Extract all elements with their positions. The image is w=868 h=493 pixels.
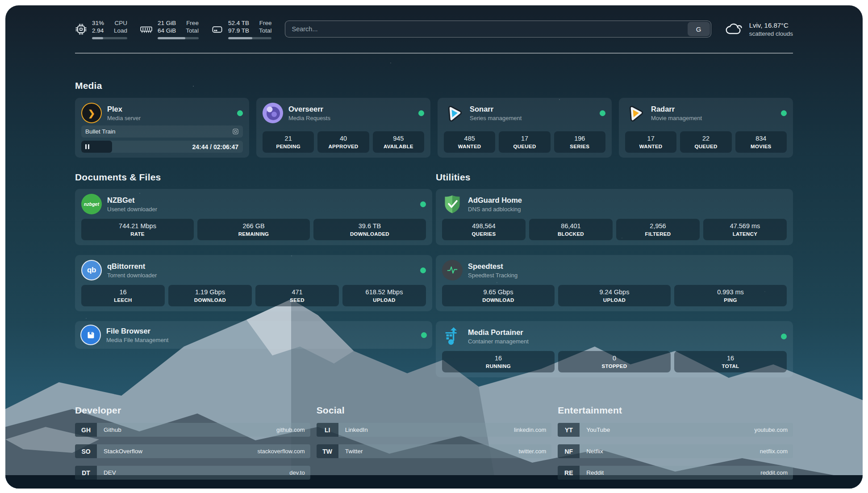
app-name: Media Portainer <box>468 328 529 337</box>
link-abbreviation: TW <box>317 444 338 458</box>
plex-icon: ❯ <box>81 103 102 123</box>
stat-label: DOWNLOAD <box>194 297 226 303</box>
device-icon[interactable] <box>232 128 239 135</box>
app-card-nzbget[interactable]: nzbget NZBGet Usenet downloader 744.21 M… <box>75 189 432 245</box>
system-stat: 31% CPU 2.94 Load <box>75 19 127 39</box>
app-card-file-browser[interactable]: File Browser Media File Management <box>75 321 432 349</box>
stat-box: 9.24 Gbps UPLOAD <box>558 285 671 306</box>
search-input[interactable] <box>285 25 687 33</box>
app-card-media-portainer[interactable]: Media Portainer Container management 16 … <box>436 321 793 377</box>
stat-value-top: 21 GiB <box>158 19 176 27</box>
radarr-icon <box>625 103 646 123</box>
link-github[interactable]: GH Github github.com <box>75 423 310 437</box>
app-card-sonarr[interactable]: Sonarr Series management 485 WANTED 17 Q… <box>438 98 612 158</box>
app-card-header: ❯ Plex Media server <box>81 103 243 123</box>
system-stat: 21 GiB Free 64 GiB Total <box>140 19 199 39</box>
link-abbreviation: NF <box>558 444 580 458</box>
stat-value: 86,401 <box>561 222 580 230</box>
stat-boxes: 17 WANTED 22 QUEUED 834 MOVIES <box>625 131 787 153</box>
link-stackoverflow[interactable]: SO StackOverflow stackoverflow.com <box>75 444 310 458</box>
app-name: Sonarr <box>470 105 522 113</box>
system-stat: 52.4 TB Free 97.9 TB Total <box>211 19 272 39</box>
link-twitter[interactable]: TW Twitter twitter.com <box>317 444 552 458</box>
stat-value-bottom: 97.9 TB <box>228 27 249 34</box>
search-engine-button[interactable]: G <box>688 22 710 36</box>
usage-bar <box>228 37 272 39</box>
stat-box: 39.6 TB DOWNLOADED <box>313 219 426 240</box>
stat-box: 16 RUNNING <box>442 351 555 372</box>
playback-time: 24:44 / 02:06:47 <box>192 143 243 150</box>
now-playing-title: Bullet Train <box>85 128 116 135</box>
status-online-dot <box>420 267 426 273</box>
link-youtube[interactable]: YT YouTube youtube.com <box>558 423 793 437</box>
app-card-radarr[interactable]: Radarr Movie management 17 WANTED 22 QUE… <box>619 98 793 158</box>
stat-value: 744.21 Mbps <box>119 222 156 230</box>
stat-label-top: Free <box>186 19 199 27</box>
stat-label: PING <box>724 297 737 303</box>
link-url: twitter.com <box>518 448 551 455</box>
adguard-icon <box>442 194 463 214</box>
stat-box: 47.569 ms LATENCY <box>703 219 787 240</box>
link-netflix[interactable]: NF Netflix netflix.com <box>558 444 793 458</box>
app-subtitle: Usenet downloader <box>107 206 157 213</box>
app-name: AdGuard Home <box>468 196 522 205</box>
stat-value: 9.24 Gbps <box>600 288 630 296</box>
top-bar: 31% CPU 2.94 Load 21 GiB Free 64 GiB Tot… <box>75 5 793 54</box>
stat-value: 16 <box>119 288 126 296</box>
app-subtitle: Series management <box>470 115 522 121</box>
stat-value: 834 <box>755 135 766 142</box>
stat-box: 2,956 FILTERED <box>616 219 700 240</box>
app-name: Overseerr <box>288 105 330 113</box>
link-dev[interactable]: DT DEV dev.to <box>75 466 310 480</box>
stat-value: 618.52 Mbps <box>366 288 403 296</box>
qbittorrent-icon: qb <box>81 260 102 280</box>
stat-label: STOPPED <box>602 363 627 369</box>
link-name: DEV <box>97 469 116 476</box>
app-card-plex[interactable]: ❯ Plex Media server Bullet Train 24:44 /… <box>75 98 249 158</box>
app-card-adguard-home[interactable]: AdGuard Home DNS and adblocking 498,564 … <box>436 189 793 245</box>
app-name: qBittorrent <box>107 262 157 271</box>
link-abbreviation: LI <box>317 423 338 437</box>
stat-label-bottom: Total <box>259 27 272 34</box>
stat-label: AVAILABLE <box>384 144 413 149</box>
status-online-dot <box>418 110 424 116</box>
portainer-icon <box>442 326 463 347</box>
dashboard: 31% CPU 2.94 Load 21 GiB Free 64 GiB Tot… <box>5 5 863 489</box>
disk-icon <box>211 23 223 35</box>
speedtest-icon <box>442 260 463 280</box>
link-linkedin[interactable]: LI LinkedIn linkedin.com <box>317 423 552 437</box>
stat-label: TOTAL <box>722 363 739 369</box>
app-subtitle: Container management <box>468 338 529 345</box>
link-group-entertainment: Entertainment YT YouTube youtube.com NF … <box>558 405 793 487</box>
app-card-qbittorrent[interactable]: qb qBittorrent Torrent downloader 16 LEE… <box>75 255 432 311</box>
stat-label: SERIES <box>570 144 589 149</box>
stat-label: APPROVED <box>329 144 359 149</box>
link-abbreviation: GH <box>75 423 97 437</box>
stat-value: 498,564 <box>472 222 495 230</box>
section-title-media: Media <box>75 80 793 91</box>
playback-progress-bar: 24:44 / 02:06:47 <box>81 141 243 153</box>
memory-icon <box>140 23 153 35</box>
stat-boxes: 9.65 Gbps DOWNLOAD 9.24 Gbps UPLOAD 0.99… <box>442 285 787 306</box>
status-online-dot <box>421 332 427 338</box>
stat-value: 47.569 ms <box>730 222 760 230</box>
link-name: StackOverflow <box>97 448 142 455</box>
stat-label: LATENCY <box>733 231 758 237</box>
app-card-overseerr[interactable]: Overseerr Media Requests 21 PENDING 40 A… <box>256 98 430 158</box>
stat-boxes: 21 PENDING 40 APPROVED 945 AVAILABLE <box>263 131 424 153</box>
app-card-speedtest[interactable]: Speedtest Speedtest Tracking 9.65 Gbps D… <box>436 255 793 311</box>
section-title-entertainment: Entertainment <box>558 405 793 416</box>
snow-specks <box>5 5 6 6</box>
stat-box: 9.65 Gbps DOWNLOAD <box>442 285 555 306</box>
stat-box: 22 QUEUED <box>680 131 731 153</box>
stat-label: MOVIES <box>751 144 772 149</box>
dashboard-body: Media ❯ Plex Media server Bullet Train 2… <box>75 80 793 487</box>
link-url: linkedin.com <box>514 426 551 433</box>
stat-box: 834 MOVIES <box>735 131 787 153</box>
stat-label: UPLOAD <box>603 297 626 303</box>
weather-condition: scattered clouds <box>749 30 793 37</box>
stat-box: 40 APPROVED <box>317 131 369 153</box>
stat-box: 498,564 QUERIES <box>442 219 526 240</box>
link-reddit[interactable]: RE Reddit reddit.com <box>558 466 793 480</box>
stat-value: 17 <box>647 135 655 142</box>
